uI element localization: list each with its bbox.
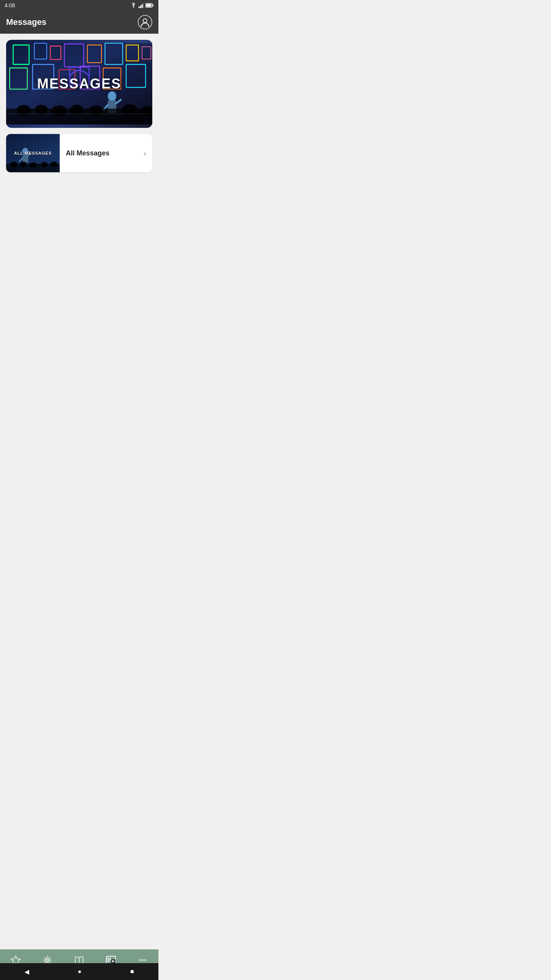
svg-rect-1 [139, 7, 140, 8]
all-messages-card[interactable]: ALL MESSAGES All Messages › [6, 134, 152, 172]
chevron-right-icon: › [143, 149, 146, 158]
svg-point-35 [122, 105, 138, 115]
svg-point-25 [108, 91, 116, 101]
all-messages-thumbnail: ALL MESSAGES [6, 134, 60, 172]
app-bar: Messages [0, 11, 158, 34]
wifi-icon [130, 3, 137, 8]
user-icon [140, 17, 150, 28]
card-image-label: ALL MESSAGES [14, 151, 52, 155]
svg-rect-2 [140, 5, 141, 8]
hero-banner[interactable]: MESSAGES [6, 40, 152, 128]
status-time: 4:08 [5, 2, 15, 8]
status-icons [130, 3, 154, 8]
svg-point-8 [143, 19, 147, 23]
svg-rect-4 [143, 3, 144, 8]
svg-point-34 [89, 105, 103, 116]
battery-icon [145, 3, 154, 8]
svg-point-31 [35, 105, 48, 114]
svg-rect-6 [146, 4, 152, 7]
card-content: All Messages › [60, 149, 152, 158]
svg-point-0 [133, 7, 134, 8]
svg-rect-7 [153, 5, 154, 6]
card-title: All Messages [66, 149, 109, 157]
main-content: MESSAGES [0, 34, 158, 253]
svg-rect-3 [142, 4, 143, 8]
status-bar: 4:08 [0, 0, 158, 11]
hero-title: MESSAGES [37, 76, 121, 92]
svg-point-32 [51, 105, 67, 117]
page-title: Messages [6, 17, 46, 27]
profile-button[interactable] [138, 15, 152, 29]
signal-icon [139, 3, 144, 8]
